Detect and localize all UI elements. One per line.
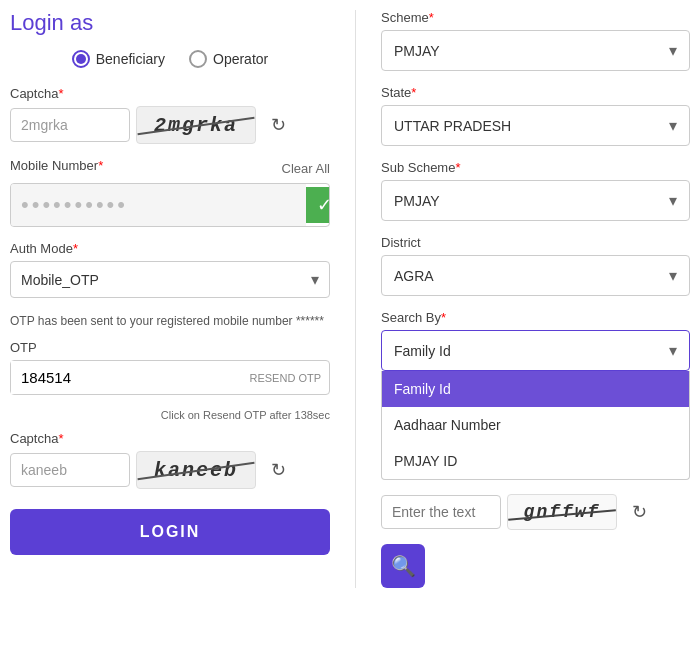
refresh2-icon: ↻	[271, 459, 286, 481]
captcha1-refresh-button[interactable]: ↻	[262, 109, 294, 141]
auth-mode-group: Auth Mode* Mobile_OTP ▾	[10, 241, 330, 298]
right-panel: Scheme* PMJAY ▾ State* UTTAR PRADESH ▾ S…	[381, 10, 690, 588]
captcha2-refresh-button[interactable]: ↻	[262, 454, 294, 486]
state-label: State*	[381, 85, 690, 100]
scheme-dropdown[interactable]: PMJAY ▾	[381, 30, 690, 71]
captcha2-row: kaneeb ↻	[10, 451, 330, 489]
mobile-check-icon: ✓	[306, 187, 330, 223]
radio-label-operator: Operator	[213, 51, 268, 67]
bottom-captcha-row: gnffwf ↻	[381, 494, 690, 530]
captcha1-row: 2mgrka ↻	[10, 106, 330, 144]
auth-mode-label: Auth Mode*	[10, 241, 330, 256]
search-button[interactable]: 🔍	[381, 544, 425, 588]
clear-all-link[interactable]: Clear All	[282, 161, 330, 176]
search-by-menu: Family Id Aadhaar Number PMJAY ID	[381, 371, 690, 480]
auth-mode-arrow-icon: ▾	[311, 270, 319, 289]
radio-beneficiary[interactable]: Beneficiary	[72, 50, 165, 68]
district-dropdown[interactable]: AGRA ▾	[381, 255, 690, 296]
mobile-row: ✓	[10, 183, 330, 227]
captcha2-label: Captcha*	[10, 431, 330, 446]
resend-timer: Click on Resend OTP after 138sec	[10, 409, 330, 421]
search-by-group: Search By* Family Id ▾ Family Id Aadhaar…	[381, 310, 690, 480]
otp-notice: OTP has been sent to your registered mob…	[10, 312, 330, 330]
search-icon: 🔍	[391, 554, 416, 578]
state-arrow-icon: ▾	[669, 116, 677, 135]
auth-mode-select[interactable]: Mobile_OTP ▾	[10, 261, 330, 298]
bottom-captcha-input[interactable]	[381, 495, 501, 529]
district-group: District AGRA ▾	[381, 235, 690, 296]
otp-group: OTP RESEND OTP	[10, 340, 330, 395]
refresh-icon: ↻	[271, 114, 286, 136]
captcha2-input[interactable]	[10, 453, 130, 487]
captcha2-group: Captcha* kaneeb ↻	[10, 431, 330, 489]
mobile-field-group: Mobile Number* Clear All ✓	[10, 158, 330, 227]
captcha1-image: 2mgrka	[136, 106, 256, 144]
captcha2-image: kaneeb	[136, 451, 256, 489]
sub-scheme-label: Sub Scheme*	[381, 160, 690, 175]
login-button[interactable]: LOGIN	[10, 509, 330, 555]
bottom-refresh-icon: ↻	[632, 501, 647, 523]
captcha1-label: Captcha*	[10, 86, 330, 101]
scheme-label: Scheme*	[381, 10, 690, 25]
scheme-arrow-icon: ▾	[669, 41, 677, 60]
bottom-captcha-image: gnffwf	[507, 494, 617, 530]
login-as-title: Login as	[10, 10, 330, 36]
bottom-captcha-refresh-button[interactable]: ↻	[623, 496, 655, 528]
otp-label: OTP	[10, 340, 330, 355]
search-by-label: Search By*	[381, 310, 690, 325]
district-arrow-icon: ▾	[669, 266, 677, 285]
scheme-group: Scheme* PMJAY ▾	[381, 10, 690, 71]
search-by-arrow-icon: ▾	[669, 341, 677, 360]
state-group: State* UTTAR PRADESH ▾	[381, 85, 690, 146]
state-dropdown[interactable]: UTTAR PRADESH ▾	[381, 105, 690, 146]
dropdown-item-aadhaar[interactable]: Aadhaar Number	[382, 407, 689, 443]
captcha1-group: Captcha* 2mgrka ↻	[10, 86, 330, 144]
radio-circle-beneficiary	[72, 50, 90, 68]
radio-group: Beneficiary Operator	[10, 50, 330, 68]
otp-input[interactable]	[11, 361, 241, 394]
dropdown-item-family-id[interactable]: Family Id	[382, 371, 689, 407]
mobile-input[interactable]	[11, 184, 306, 226]
sub-scheme-group: Sub Scheme* PMJAY ▾	[381, 160, 690, 221]
dropdown-item-pmjay-id[interactable]: PMJAY ID	[382, 443, 689, 479]
otp-row: RESEND OTP	[10, 360, 330, 395]
captcha1-input[interactable]	[10, 108, 130, 142]
district-label: District	[381, 235, 690, 250]
radio-operator[interactable]: Operator	[189, 50, 268, 68]
panel-divider	[355, 10, 356, 588]
radio-circle-operator	[189, 50, 207, 68]
mobile-label: Mobile Number*	[10, 158, 103, 173]
search-by-dropdown[interactable]: Family Id ▾	[381, 330, 690, 371]
sub-scheme-dropdown[interactable]: PMJAY ▾	[381, 180, 690, 221]
clear-all-row: Mobile Number* Clear All	[10, 158, 330, 178]
sub-scheme-arrow-icon: ▾	[669, 191, 677, 210]
radio-label-beneficiary: Beneficiary	[96, 51, 165, 67]
left-panel: Login as Beneficiary Operator Captcha* 2…	[10, 10, 330, 588]
resend-otp-button[interactable]: RESEND OTP	[241, 364, 329, 392]
